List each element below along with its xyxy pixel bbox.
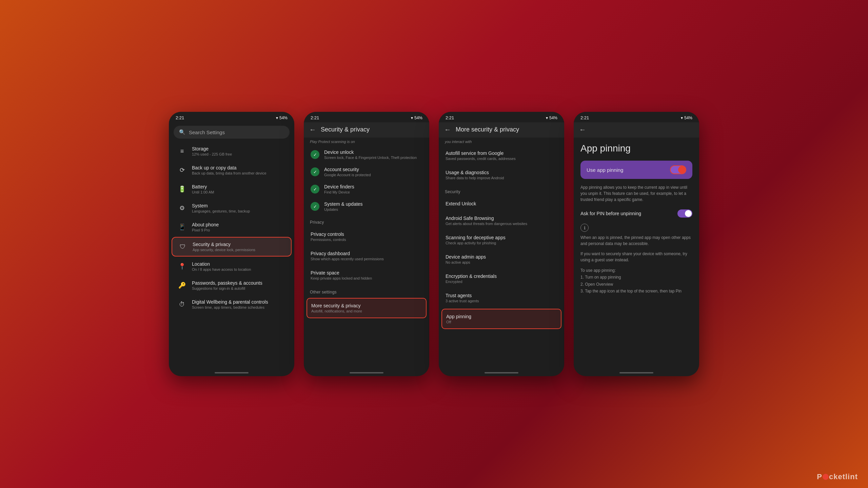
security-item-finders[interactable]: ✓ Device finders Find My Device xyxy=(307,181,427,198)
time-2: 2:21 xyxy=(311,115,319,120)
top-bar-3: ← More security & privacy xyxy=(439,122,564,138)
status-bar-3: 2:21 ▾ 54% xyxy=(439,112,564,122)
usage-diagnostics-item[interactable]: Usage & diagnostics Share data to help i… xyxy=(441,165,561,184)
security-item-device-unlock[interactable]: ✓ Device unlock Screen lock, Face & Fing… xyxy=(307,146,427,163)
check-icon-updates: ✓ xyxy=(311,202,319,211)
ask-pin-row[interactable]: Ask for PIN before unpinning xyxy=(580,208,692,219)
status-icons-2: ▾ 54% xyxy=(411,116,422,120)
safe-browsing-title: Android Safe Browsing xyxy=(446,216,557,221)
top-bar-4: ← xyxy=(574,122,699,138)
passwords-icon: 🔑 xyxy=(177,280,187,290)
app-pinning-list-title: App pinning xyxy=(446,314,557,319)
search-placeholder: Search Settings xyxy=(189,129,225,135)
phone-icon: 📱 xyxy=(177,222,187,232)
pinning-steps-title: To use app pinning: xyxy=(580,267,692,274)
scanning-item[interactable]: Scanning for deceptive apps Check app ac… xyxy=(441,230,561,249)
status-bar-4: 2:21 ▾ 54% xyxy=(574,112,699,122)
search-bar[interactable]: 🔍 Search Settings xyxy=(174,126,290,139)
settings-item-about[interactable]: 📱 About phone Pixel 9 Pro xyxy=(172,218,292,236)
storage-icon: ≡ xyxy=(177,146,187,156)
settings-item-backup[interactable]: ⟳ Back up or copy data Back up data, bri… xyxy=(172,161,292,179)
settings-list: ≡ Storage 12% used - 225 GB free ⟳ Back … xyxy=(169,141,294,369)
safe-browsing-item[interactable]: Android Safe Browsing Get alerts about t… xyxy=(441,211,561,230)
device-admin-title: Device admin apps xyxy=(446,254,557,260)
security-list-2: Play Protect scanning is on ✓ Device unl… xyxy=(304,138,429,369)
search-icon: 🔍 xyxy=(179,129,185,135)
app-pinning-list-subtitle: Off xyxy=(446,320,557,324)
check-icon-unlock: ✓ xyxy=(311,150,319,159)
settings-item-security[interactable]: 🛡 Security & privacy App security, devic… xyxy=(172,237,292,257)
system-subtitle: Languages, gestures, time, backup xyxy=(192,209,286,213)
account-security-subtitle: Google Account is protected xyxy=(324,173,422,177)
toggle-switch-pinning[interactable] xyxy=(670,165,686,174)
phone-1-settings: 2:21 ▾ 54% 🔍 Search Settings ≡ Storage 1… xyxy=(169,112,294,376)
pinning-step-1: 1. Turn on app pinning xyxy=(580,274,692,281)
system-title: System xyxy=(192,203,286,208)
battery-3: 54% xyxy=(549,116,557,120)
privacy-dashboard-title: Privacy dashboard xyxy=(311,251,422,256)
back-arrow-3[interactable]: ← xyxy=(444,126,451,134)
battery-icon-1: 54% xyxy=(279,116,288,120)
privacy-dashboard-item[interactable]: Privacy dashboard Show which apps recent… xyxy=(307,246,427,265)
use-app-pinning-row[interactable]: Use app pinning xyxy=(580,161,692,179)
home-bar-4 xyxy=(619,372,653,373)
system-updates-title: System & updates xyxy=(324,201,422,207)
settings-item-battery[interactable]: 🔋 Battery Until 1:00 AM xyxy=(172,180,292,198)
screen-content-4: ← App pinning Use app pinning App pinnin… xyxy=(574,122,699,369)
info-icon: ℹ xyxy=(580,224,589,232)
security-item-account[interactable]: ✓ Account security Google Account is pro… xyxy=(307,163,427,180)
wellbeing-title: Digital Wellbeing & parental controls xyxy=(192,299,286,305)
battery-2: 54% xyxy=(414,116,422,120)
encryption-title: Encryption & credentials xyxy=(446,273,557,279)
private-space-item[interactable]: Private space Keep private apps locked a… xyxy=(307,266,427,285)
encryption-item[interactable]: Encryption & credentials Encrypted xyxy=(441,269,561,288)
app-pinning-list-item[interactable]: App pinning Off xyxy=(441,309,561,329)
about-subtitle: Pixel 9 Pro xyxy=(192,228,286,232)
back-arrow-4[interactable]: ← xyxy=(579,126,586,134)
trust-agents-item[interactable]: Trust agents 3 active trust agents xyxy=(441,288,561,307)
phone-2-security: 2:21 ▾ 54% ← Security & privacy Play Pro… xyxy=(304,112,429,376)
home-indicator-2 xyxy=(304,369,429,376)
storage-subtitle: 12% used - 225 GB free xyxy=(192,152,286,156)
settings-item-storage[interactable]: ≡ Storage 12% used - 225 GB free xyxy=(172,142,292,160)
toggle-switch-pin[interactable] xyxy=(677,209,692,218)
usage-title: Usage & diagnostics xyxy=(446,170,557,175)
settings-item-passwords[interactable]: 🔑 Passwords, passkeys & accounts Suggest… xyxy=(172,276,292,294)
private-space-title: Private space xyxy=(311,270,422,276)
trust-agents-title: Trust agents xyxy=(446,293,557,298)
security-item-updates[interactable]: ✓ System & updates Updates xyxy=(307,198,427,215)
time-1: 2:21 xyxy=(176,115,184,120)
more-security-item[interactable]: More security & privacy Autofill, notifi… xyxy=(307,298,427,318)
settings-item-location[interactable]: 📍 Location On / 8 apps have access to lo… xyxy=(172,257,292,276)
settings-item-system[interactable]: ⚙ System Languages, gestures, time, back… xyxy=(172,199,292,217)
battery-4: 54% xyxy=(684,116,692,120)
home-bar-3 xyxy=(485,372,518,373)
status-icons-3: ▾ 54% xyxy=(546,116,557,120)
autofill-item[interactable]: Autofill service from Google Saved passw… xyxy=(441,146,561,165)
security-subtitle: App security, device lock, permissions xyxy=(193,248,285,252)
security-list-3: you interact with Autofill service from … xyxy=(439,138,564,369)
encryption-subtitle: Encrypted xyxy=(446,280,557,284)
back-arrow-2[interactable]: ← xyxy=(309,126,316,134)
privacy-controls-item[interactable]: Privacy controls Permissions, controls xyxy=(307,227,427,246)
phone-3-more-security: 2:21 ▾ 54% ← More security & privacy you… xyxy=(439,112,564,376)
usage-subtitle: Share data to help improve Android xyxy=(446,176,557,180)
extend-unlock-item[interactable]: Extend Unlock xyxy=(441,197,561,211)
time-3: 2:21 xyxy=(446,115,454,120)
device-finders-title: Device finders xyxy=(324,184,422,189)
backup-subtitle: Back up data, bring data from another de… xyxy=(192,171,286,175)
status-bar-2: 2:21 ▾ 54% xyxy=(304,112,429,122)
pinning-step-2: 2. Open Overview xyxy=(580,281,692,288)
device-admin-item[interactable]: Device admin apps No active apps xyxy=(441,250,561,269)
settings-item-wellbeing[interactable]: ⏱ Digital Wellbeing & parental controls … xyxy=(172,295,292,313)
passwords-title: Passwords, passkeys & accounts xyxy=(192,280,286,286)
more-security-subtitle: Autofill, notifications, and more xyxy=(311,309,422,313)
wifi-icon-2: ▾ xyxy=(411,116,413,120)
screen-content-2: ← Security & privacy Play Protect scanni… xyxy=(304,122,429,369)
device-unlock-title: Device unlock xyxy=(324,149,422,155)
about-title: About phone xyxy=(192,222,286,227)
location-title: Location xyxy=(192,261,286,267)
partial-text-2: Play Protect scanning is on xyxy=(306,138,427,146)
security-icon: 🛡 xyxy=(178,242,188,252)
private-space-subtitle: Keep private apps locked and hidden xyxy=(311,276,422,280)
